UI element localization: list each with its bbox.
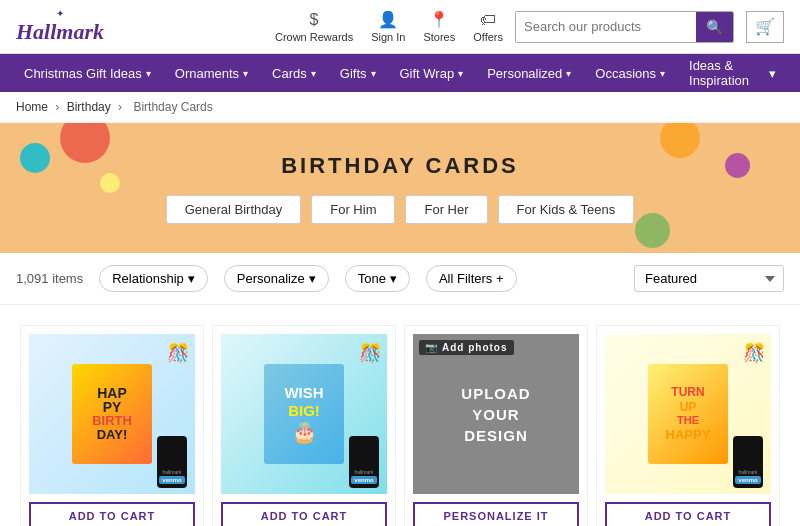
offers-label: Offers <box>473 31 503 43</box>
phone-mockup: hallmark venmo <box>157 436 187 488</box>
confetti-icon-2: 🎊 <box>359 342 381 364</box>
filter-relationship[interactable]: Relationship ▾ <box>99 265 208 292</box>
stores-icon: 📍 <box>429 10 449 29</box>
crown-rewards-label: Crown Rewards <box>275 31 353 43</box>
chevron-icon: ▾ <box>769 66 776 81</box>
offers-link[interactable]: 🏷 Offers <box>473 11 503 43</box>
nav-christmas[interactable]: Christmas Gift Ideas ▾ <box>12 54 163 92</box>
logo-text: Hallmark <box>16 19 104 44</box>
chevron-icon: ▾ <box>458 68 463 79</box>
sort-area: Featured Price: Low to High Price: High … <box>634 265 784 292</box>
sign-in-icon: 👤 <box>378 10 398 29</box>
filter-personalize[interactable]: Personalize ▾ <box>224 265 329 292</box>
chevron-icon: ▾ <box>566 68 571 79</box>
add-to-cart-1[interactable]: ADD TO CART <box>29 502 195 526</box>
product-image-4: TURN UP THE HAPPY hallmark venmo 🎊 <box>605 334 771 494</box>
filter-all[interactable]: All Filters + <box>426 265 517 292</box>
product-card-3: 📷 Add photos UPLOADYOURDESIGN PERSONALIZ… <box>404 325 588 526</box>
deco-circle-purple <box>725 153 750 178</box>
hero-filters: General Birthday For Him For Her For Kid… <box>166 195 635 224</box>
hero-banner: BIRTHDAY CARDS General Birthday For Him … <box>0 123 800 253</box>
chevron-down-icon: ▾ <box>390 271 397 286</box>
breadcrumb: Home › Birthday › Birthday Cards <box>0 92 800 123</box>
stores-label: Stores <box>423 31 455 43</box>
offers-icon: 🏷 <box>480 11 496 29</box>
add-to-cart-4[interactable]: ADD TO CART <box>605 502 771 526</box>
breadcrumb-birthday[interactable]: Birthday <box>67 100 111 114</box>
upload-design-text: UPLOADYOURDESIGN <box>461 383 530 446</box>
crown-rewards-icon: $ <box>310 11 319 29</box>
deco-circle-teal <box>20 143 50 173</box>
deco-circle-orange <box>660 123 700 158</box>
nav-gift-wrap[interactable]: Gift Wrap ▾ <box>388 54 476 92</box>
top-nav-icons: $ Crown Rewards 👤 Sign In 📍 Stores 🏷 Off… <box>275 10 503 43</box>
products-grid: HAP PY BIRTH DAY! hallmark venmo 🎊 ADD T… <box>0 305 800 526</box>
breadcrumb-current: Birthday Cards <box>133 100 212 114</box>
product-image-2: WISH BIG! 🎂 hallmark venmo 🎊 <box>221 334 387 494</box>
chevron-icon: ▾ <box>311 68 316 79</box>
search-button[interactable]: 🔍 <box>696 12 733 42</box>
chevron-icon: ▾ <box>146 68 151 79</box>
chevron-down-icon: ▾ <box>309 271 316 286</box>
add-to-cart-2[interactable]: ADD TO CART <box>221 502 387 526</box>
card-illustration-hbd: HAP PY BIRTH DAY! <box>72 364 152 464</box>
filters-bar: 1,091 items Relationship ▾ Personalize ▾… <box>0 253 800 305</box>
breadcrumb-home[interactable]: Home <box>16 100 48 114</box>
item-count: 1,091 items <box>16 271 83 286</box>
chevron-down-icon: ▾ <box>188 271 195 286</box>
product-card-1: HAP PY BIRTH DAY! hallmark venmo 🎊 ADD T… <box>20 325 204 526</box>
sign-in-link[interactable]: 👤 Sign In <box>371 10 405 43</box>
top-header: ✦ Hallmark $ Crown Rewards 👤 Sign In 📍 S… <box>0 0 800 54</box>
nav-ornaments[interactable]: Ornaments ▾ <box>163 54 260 92</box>
card-illustration-turn: TURN UP THE HAPPY <box>648 364 728 464</box>
add-photos-badge: 📷 Add photos <box>419 340 514 355</box>
logo[interactable]: ✦ Hallmark <box>16 8 104 45</box>
nav-occasions[interactable]: Occasions ▾ <box>583 54 677 92</box>
stores-link[interactable]: 📍 Stores <box>423 10 455 43</box>
product-image-1: HAP PY BIRTH DAY! hallmark venmo 🎊 <box>29 334 195 494</box>
filter-for-him[interactable]: For Him <box>311 195 395 224</box>
confetti-icon-4: 🎊 <box>743 342 765 364</box>
page-title: BIRTHDAY CARDS <box>281 153 519 179</box>
phone-mockup-4: hallmark venmo <box>733 436 763 488</box>
filter-tone[interactable]: Tone ▾ <box>345 265 410 292</box>
product-card-4: TURN UP THE HAPPY hallmark venmo 🎊 ADD T… <box>596 325 780 526</box>
chevron-icon: ▾ <box>371 68 376 79</box>
camera-icon: 📷 <box>425 342 438 353</box>
sort-select[interactable]: Featured Price: Low to High Price: High … <box>634 265 784 292</box>
search-area: 🔍 <box>515 11 734 43</box>
main-nav: Christmas Gift Ideas ▾ Ornaments ▾ Cards… <box>0 54 800 92</box>
nav-personalized[interactable]: Personalized ▾ <box>475 54 583 92</box>
nav-ideas[interactable]: Ideas & Inspiration ▾ <box>677 54 788 92</box>
card-illustration-wish: WISH BIG! 🎂 <box>264 364 344 464</box>
filter-general-birthday[interactable]: General Birthday <box>166 195 302 224</box>
product-image-3: 📷 Add photos UPLOADYOURDESIGN <box>413 334 579 494</box>
product-card-2: WISH BIG! 🎂 hallmark venmo 🎊 ADD TO CART… <box>212 325 396 526</box>
nav-gifts[interactable]: Gifts ▾ <box>328 54 388 92</box>
chevron-icon: ▾ <box>660 68 665 79</box>
crown-rewards-link[interactable]: $ Crown Rewards <box>275 11 353 43</box>
filter-for-kids[interactable]: For Kids & Teens <box>498 195 635 224</box>
filter-for-her[interactable]: For Her <box>405 195 487 224</box>
confetti-icon: 🎊 <box>167 342 189 364</box>
personalize-btn-3[interactable]: PERSONALIZE IT <box>413 502 579 526</box>
cart-button[interactable]: 🛒 <box>746 11 784 43</box>
phone-mockup-2: hallmark venmo <box>349 436 379 488</box>
sign-in-label: Sign In <box>371 31 405 43</box>
search-input[interactable] <box>516 12 696 42</box>
nav-cards[interactable]: Cards ▾ <box>260 54 328 92</box>
chevron-icon: ▾ <box>243 68 248 79</box>
deco-circle-red <box>60 123 110 163</box>
deco-circle-yellow <box>100 173 120 193</box>
deco-circle-green <box>635 213 670 248</box>
